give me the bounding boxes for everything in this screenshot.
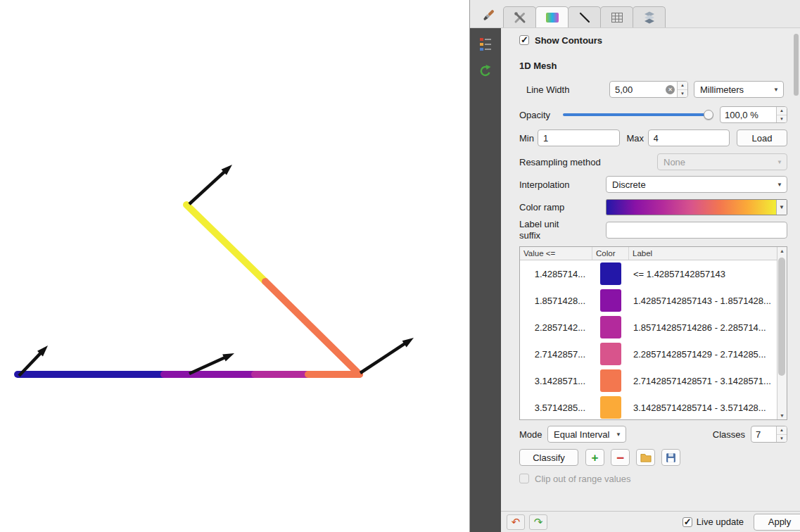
- spin-up-icon[interactable]: ▲: [678, 82, 687, 90]
- label-unit-suffix-input[interactable]: [606, 222, 787, 239]
- row-value[interactable]: 1.8571428...: [520, 296, 592, 306]
- row-value[interactable]: 3.5714285...: [520, 403, 592, 413]
- header-color[interactable]: Color: [592, 247, 629, 260]
- row-color-cell[interactable]: [592, 343, 629, 365]
- classes-value[interactable]: 7: [756, 429, 776, 440]
- line-width-unit-select[interactable]: Millimeters ▼: [694, 81, 784, 98]
- spin-up-icon[interactable]: ▲: [777, 426, 787, 435]
- table-row[interactable]: 3.1428571...2.71428571428571 - 3.1428571…: [520, 367, 777, 394]
- classes-spinbox[interactable]: 7 ▲ ▼: [751, 426, 787, 443]
- color-ramp-gradient[interactable]: [607, 200, 776, 215]
- row-label[interactable]: 1.85714285714286 - 2.285714...: [629, 322, 777, 333]
- scroll-down-icon[interactable]: ▼: [780, 413, 785, 418]
- table-row[interactable]: 1.4285714...<= 1.42857142857143: [520, 260, 777, 287]
- spin-down-icon[interactable]: ▼: [777, 435, 787, 443]
- symbology-brush-icon[interactable]: [479, 6, 497, 25]
- row-label[interactable]: <= 1.42857142857143: [629, 269, 777, 279]
- label-unit-suffix-row: Label unit suffix: [519, 221, 787, 239]
- line-icon: [578, 11, 592, 25]
- color-swatch[interactable]: [600, 289, 621, 312]
- save-color-map-button[interactable]: [661, 449, 680, 466]
- slider-handle[interactable]: [704, 110, 713, 120]
- history-icon[interactable]: [476, 62, 495, 80]
- apply-button[interactable]: Apply: [754, 514, 800, 531]
- table-row[interactable]: 3.5714285...3.14285714285714 - 3.571428.…: [520, 394, 777, 420]
- tab-rendering[interactable]: [600, 6, 633, 27]
- opacity-value[interactable]: 100,0 %: [725, 110, 776, 120]
- header-label[interactable]: Label: [629, 247, 777, 260]
- row-label[interactable]: 1.42857142857143 - 1.8571428...: [629, 296, 777, 306]
- mode-select[interactable]: Equal Interval ▼: [547, 426, 626, 443]
- header-value[interactable]: Value <=: [520, 247, 592, 260]
- row-color-cell[interactable]: [592, 289, 629, 312]
- clip-checkbox: [519, 474, 529, 483]
- row-color-cell[interactable]: [592, 396, 629, 419]
- interpolation-select[interactable]: Discrete ▼: [606, 176, 787, 193]
- remove-class-button[interactable]: −: [611, 449, 630, 466]
- tab-general[interactable]: [503, 6, 536, 27]
- color-ramp-dropdown[interactable]: ▼: [776, 200, 787, 215]
- opacity-spinbox[interactable]: 100,0 % ▲ ▼: [720, 106, 787, 123]
- color-swatch[interactable]: [600, 369, 621, 392]
- max-input[interactable]: 4: [648, 129, 730, 146]
- spin-up-icon[interactable]: ▲: [777, 107, 787, 115]
- clip-row: Clip out of range values: [519, 473, 787, 484]
- map-canvas[interactable]: [0, 0, 469, 532]
- tab-vectors[interactable]: [568, 6, 601, 27]
- scroll-up-icon[interactable]: ▲: [780, 248, 785, 253]
- table-row[interactable]: 1.8571428...1.42857142857143 - 1.8571428…: [520, 287, 777, 314]
- load-color-map-button[interactable]: [636, 449, 655, 466]
- row-color-cell[interactable]: [592, 369, 629, 392]
- row-label[interactable]: 2.71428571428571 - 3.1428571...: [629, 376, 777, 386]
- opacity-slider-fill: [563, 113, 711, 116]
- opacity-spinner[interactable]: ▲ ▼: [776, 107, 787, 122]
- table-row[interactable]: 2.2857142...1.85714285714286 - 2.285714.…: [520, 314, 777, 341]
- redo-style-button[interactable]: ↷: [529, 514, 547, 530]
- color-swatch[interactable]: [600, 396, 621, 419]
- resampling-label: Resampling method: [519, 157, 657, 167]
- row-value[interactable]: 3.1428571...: [520, 376, 592, 386]
- line-width-input[interactable]: 5,00 ✕ ▲ ▼: [609, 81, 688, 98]
- line-width-value[interactable]: 5,00: [615, 84, 666, 95]
- min-value[interactable]: 1: [543, 133, 619, 144]
- classification-table[interactable]: Value <= Color Label 1.4285714...<= 1.42…: [519, 246, 787, 420]
- load-button[interactable]: Load: [737, 129, 787, 146]
- color-swatch[interactable]: [600, 343, 621, 365]
- add-class-button[interactable]: +: [585, 449, 604, 466]
- table-scrollbar-thumb[interactable]: [778, 258, 785, 376]
- row-value[interactable]: 1.4285714...: [520, 269, 592, 279]
- color-swatch[interactable]: [600, 262, 621, 285]
- classes-spinner[interactable]: ▲ ▼: [776, 426, 787, 442]
- show-contours-checkbox[interactable]: [519, 35, 529, 45]
- row-value[interactable]: 2.2857142...: [520, 322, 592, 333]
- spin-down-icon[interactable]: ▼: [678, 90, 687, 98]
- color-ramp-widget[interactable]: ▼: [606, 199, 787, 215]
- min-input[interactable]: 1: [538, 129, 620, 146]
- tab-contours[interactable]: [535, 6, 569, 27]
- dropdown-arrow-icon: ▼: [773, 159, 782, 165]
- minus-icon: −: [616, 451, 624, 464]
- undo-style-button[interactable]: ↶: [507, 514, 525, 530]
- line-width-spinner[interactable]: ▲ ▼: [677, 82, 687, 97]
- row-color-cell[interactable]: [592, 262, 629, 285]
- row-color-cell[interactable]: [592, 316, 629, 338]
- row-label[interactable]: 3.14285714285714 - 3.571428...: [629, 403, 777, 413]
- row-value[interactable]: 2.7142857...: [520, 349, 592, 360]
- dropdown-arrow-icon: ▼: [773, 182, 782, 188]
- table-row[interactable]: 2.7142857...2.28571428571429 - 2.714285.…: [520, 341, 777, 367]
- color-swatch[interactable]: [600, 316, 621, 338]
- row-label[interactable]: 2.28571428571429 - 2.714285...: [629, 349, 777, 360]
- clear-value-icon[interactable]: ✕: [666, 85, 675, 94]
- spin-down-icon[interactable]: ▼: [777, 115, 787, 123]
- symbology-list-icon[interactable]: [476, 35, 495, 53]
- resampling-select: None ▼: [657, 153, 787, 170]
- panel-scrollbar-thumb[interactable]: [794, 34, 799, 96]
- opacity-slider[interactable]: [563, 108, 711, 121]
- live-update-checkbox[interactable]: [682, 517, 692, 527]
- color-gradient-icon: [545, 12, 559, 23]
- group-title-1d-mesh: 1D Mesh: [519, 61, 787, 72]
- tab-averaging[interactable]: [633, 6, 666, 27]
- max-value[interactable]: 4: [654, 133, 730, 144]
- classify-button[interactable]: Classify: [519, 449, 578, 466]
- folder-icon: [640, 452, 652, 463]
